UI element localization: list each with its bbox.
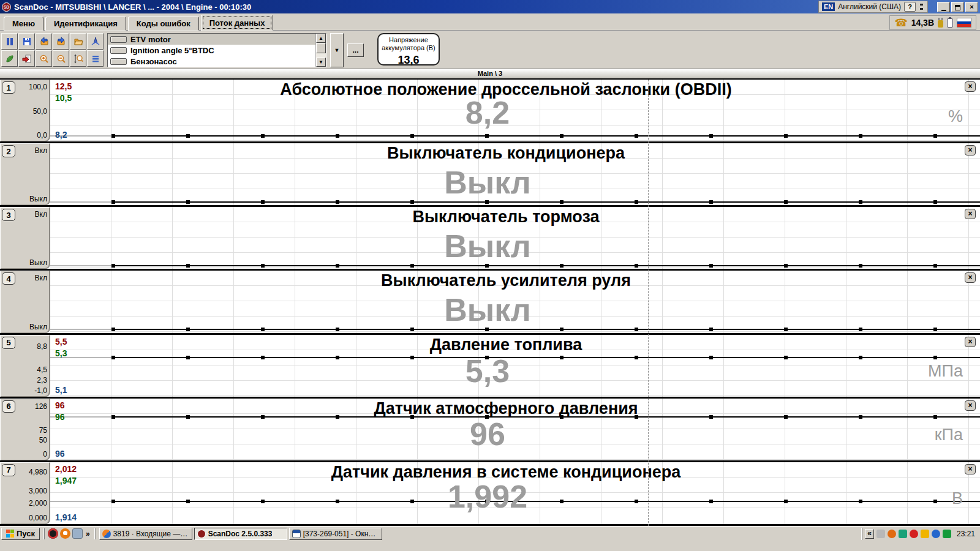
- window-icon: [292, 530, 301, 538]
- taskbar-tasks: 3819 · Входящие — Ян...ScanDoc 2.5.0.333…: [99, 528, 382, 540]
- channel-current-value: 5,3: [50, 355, 925, 387]
- channel-sidebar: 3 ВклВыкл: [0, 207, 50, 269]
- taskbar-task-button[interactable]: [373-269-051] - Окно со...: [289, 528, 382, 540]
- list-button[interactable]: [87, 50, 104, 67]
- channel-avg-value: 10,5: [55, 93, 72, 103]
- task-button-label: [373-269-051] - Окно со...: [303, 530, 379, 538]
- more-button[interactable]: ...: [347, 43, 364, 57]
- channel-close-button[interactable]: ×: [965, 209, 976, 219]
- scrollbar-thumb[interactable]: [316, 43, 326, 53]
- scroll-down-button[interactable]: ▼: [316, 58, 326, 67]
- zoom-out-icon: [56, 54, 66, 64]
- scroll-up-button[interactable]: ▲: [316, 34, 326, 43]
- taskbar-task-button[interactable]: 3819 · Входящие — Ян...: [99, 528, 192, 540]
- zoom-out-button[interactable]: [53, 50, 69, 67]
- tray-icon-1[interactable]: [876, 530, 885, 538]
- channel-plot[interactable]: Выключатель тормоза Выкл ×: [50, 207, 980, 269]
- close-button[interactable]: ×: [965, 2, 978, 12]
- tab-menu[interactable]: Меню: [4, 17, 43, 31]
- tab-identification[interactable]: Идентификация: [45, 17, 126, 31]
- load-left-button[interactable]: [36, 33, 52, 50]
- channel-row: 7 4,9803,0002,0000,000 2,012 1,947 1,914…: [0, 462, 980, 526]
- channel-close-button[interactable]: ×: [965, 145, 976, 156]
- channel-plot[interactable]: Выключатель усилителя руля Выкл ×: [50, 271, 980, 332]
- channel-plot[interactable]: 96 96 96 Датчик атмосферного давления 96…: [50, 399, 980, 460]
- taskbar-task-button[interactable]: ScanDoc 2.5.0.333: [194, 528, 287, 540]
- channel-close-button[interactable]: ×: [965, 81, 976, 92]
- channel-close-button[interactable]: ×: [965, 272, 976, 283]
- export-doc-button[interactable]: [18, 50, 35, 67]
- tray-icon-3[interactable]: [899, 530, 907, 538]
- minimize-button[interactable]: [937, 2, 950, 12]
- taskbar-handle[interactable]: [43, 528, 45, 539]
- group-header: Main \ 3: [0, 69, 980, 78]
- channel-number-button[interactable]: 4: [2, 272, 15, 285]
- taskbar-handle[interactable]: [94, 528, 96, 539]
- load-right-button[interactable]: [53, 33, 69, 50]
- channel-number-button[interactable]: 2: [2, 145, 15, 157]
- channel-number-button[interactable]: 1: [2, 81, 15, 94]
- language-label: Английский (США): [838, 2, 901, 11]
- minimize-icon: [941, 10, 946, 11]
- language-badge[interactable]: EN: [822, 2, 835, 11]
- navigate-button[interactable]: [87, 33, 104, 50]
- quicklaunch-icon-2[interactable]: [60, 528, 70, 539]
- channel-number-button[interactable]: 5: [2, 337, 15, 349]
- quicklaunch-overflow-button[interactable]: »: [85, 530, 91, 538]
- channel-sidebar: 5 8,84,52,3-1,0: [0, 335, 50, 397]
- channel-title: Давление топлива: [87, 335, 925, 354]
- tray-icon-2[interactable]: [888, 530, 896, 538]
- channels-area: 1 100,050,00,0 12,5 10,5 8,2 Абсолютное …: [0, 78, 980, 526]
- open-folder-button[interactable]: [70, 33, 86, 50]
- channel-close-button[interactable]: ×: [965, 337, 976, 347]
- tray-collapse-button[interactable]: «: [865, 529, 874, 539]
- channel-close-button[interactable]: ×: [965, 400, 976, 411]
- channel-plot[interactable]: 5,5 5,3 5,1 Давление топлива 5,3 МПа ×: [50, 335, 980, 397]
- channel-plot[interactable]: 12,5 10,5 8,2 Абсолютное положение дросс…: [50, 80, 980, 141]
- quicklaunch-icon-3[interactable]: [72, 528, 83, 539]
- tray-icon-4[interactable]: [910, 530, 918, 538]
- channel-title: Датчик атмосферного давления: [87, 399, 925, 418]
- zoom-fit-button[interactable]: [70, 50, 86, 67]
- parameter-list-item[interactable]: ETV motor: [108, 34, 315, 45]
- pause-button[interactable]: [1, 33, 18, 50]
- parameter-dropdown-button[interactable]: ▼: [330, 33, 344, 67]
- axis-tick-label: Вкл: [35, 210, 47, 219]
- tab-data-stream[interactable]: Поток данных: [201, 15, 274, 31]
- channel-close-button[interactable]: ×: [965, 464, 976, 474]
- language-options-icon[interactable]: [919, 2, 924, 11]
- tab-error-codes[interactable]: Коды ошибок: [128, 17, 199, 31]
- restore-button[interactable]: [951, 2, 964, 12]
- parameter-label: ETV motor: [130, 35, 171, 44]
- channel-title: Выключатель тормоза: [87, 208, 925, 227]
- zoom-in-button[interactable]: [36, 50, 52, 67]
- parameter-list-item[interactable]: Бензонасос: [108, 56, 315, 67]
- channel-plot[interactable]: Выключатель кондиционера Выкл ×: [50, 143, 980, 205]
- parameter-list-item[interactable]: Ignition angle 5°BTDC: [108, 45, 315, 56]
- channel-number-button[interactable]: 7: [2, 464, 15, 476]
- start-button[interactable]: Пуск: [1, 528, 40, 540]
- channel-max-value: 5,5: [55, 337, 67, 347]
- help-button[interactable]: ?: [904, 2, 916, 12]
- zoom-fit-icon: [74, 54, 83, 64]
- channel-number-button[interactable]: 6: [2, 400, 15, 413]
- save-button[interactable]: [18, 33, 35, 50]
- channel-row: 1 100,050,00,0 12,5 10,5 8,2 Абсолютное …: [0, 80, 980, 143]
- quicklaunch-icon-1[interactable]: [48, 528, 58, 539]
- eco-leaf-button[interactable]: [1, 50, 18, 67]
- channel-plot[interactable]: 2,012 1,947 1,914 Датчик давления в сист…: [50, 462, 980, 524]
- parameter-list-scrollbar[interactable]: ▲ ▼: [315, 34, 326, 67]
- tray-icon-5[interactable]: [921, 530, 929, 538]
- signal-line-markers: [111, 264, 980, 268]
- axis-tick-label: 50,0: [33, 107, 47, 116]
- channel-min-value: 8,2: [55, 130, 67, 140]
- load-left-icon: [39, 37, 49, 47]
- tray-icon-7[interactable]: [943, 530, 951, 538]
- channel-current-value: 96: [50, 418, 925, 450]
- tray-icon-6[interactable]: [932, 530, 940, 538]
- tab-row: Меню Идентификация Коды ошибок Поток дан…: [0, 13, 980, 31]
- signal-line-markers: [111, 328, 980, 331]
- channel-number-button[interactable]: 3: [2, 209, 15, 221]
- axis-tick-label: Выкл: [29, 323, 47, 331]
- russian-flag-icon[interactable]: [957, 18, 971, 28]
